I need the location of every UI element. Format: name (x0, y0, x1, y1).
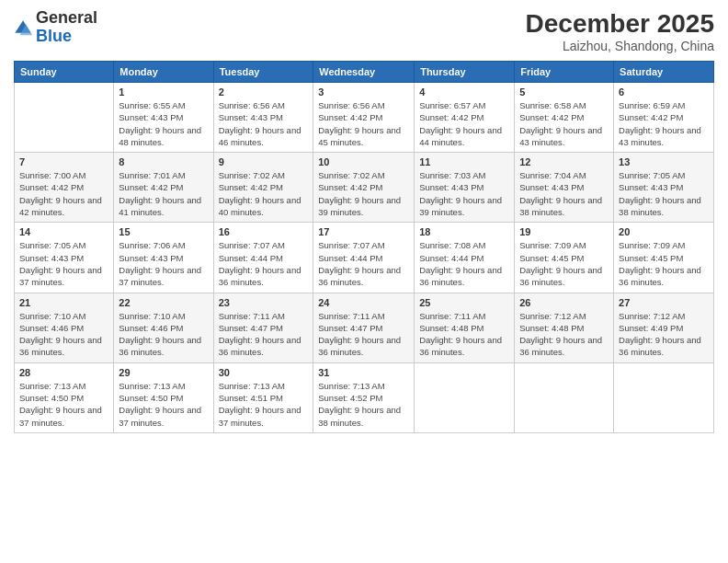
calendar-table: SundayMondayTuesdayWednesdayThursdayFrid… (14, 61, 714, 433)
day-number: 13 (619, 156, 709, 167)
calendar-cell: 25Sunrise: 7:11 AMSunset: 4:48 PMDayligh… (415, 293, 515, 362)
day-number: 23 (219, 297, 309, 308)
day-number: 18 (419, 226, 509, 237)
calendar-cell: 7Sunrise: 7:00 AMSunset: 4:42 PMDaylight… (15, 153, 114, 223)
calendar-cell: 1Sunrise: 6:55 AMSunset: 4:43 PMDaylight… (114, 83, 213, 153)
calendar-cell: 22Sunrise: 7:10 AMSunset: 4:46 PMDayligh… (114, 293, 213, 362)
day-info: Sunrise: 7:09 AMSunset: 4:45 PMDaylight:… (619, 239, 709, 288)
day-info: Sunrise: 7:05 AMSunset: 4:43 PMDaylight:… (19, 239, 108, 288)
day-info: Sunrise: 6:57 AMSunset: 4:42 PMDaylight:… (419, 99, 509, 148)
day-number: 10 (318, 156, 409, 167)
day-number: 12 (519, 156, 609, 167)
calendar-cell (15, 83, 114, 153)
calendar-cell: 4Sunrise: 6:57 AMSunset: 4:42 PMDaylight… (415, 83, 515, 153)
day-info: Sunrise: 7:02 AMSunset: 4:42 PMDaylight:… (219, 169, 309, 218)
day-number: 20 (619, 226, 709, 237)
logo: General Blue (14, 9, 97, 46)
day-header: Saturday (614, 62, 714, 83)
day-info: Sunrise: 7:09 AMSunset: 4:45 PMDaylight:… (519, 239, 609, 288)
day-info: Sunrise: 7:12 AMSunset: 4:49 PMDaylight:… (619, 310, 709, 359)
day-number: 11 (419, 156, 509, 167)
day-info: Sunrise: 7:08 AMSunset: 4:44 PMDaylight:… (419, 239, 509, 288)
day-info: Sunrise: 7:11 AMSunset: 4:47 PMDaylight:… (318, 310, 409, 359)
day-info: Sunrise: 7:05 AMSunset: 4:43 PMDaylight:… (619, 169, 709, 218)
calendar-week-row: 28Sunrise: 7:13 AMSunset: 4:50 PMDayligh… (15, 362, 714, 432)
month-title: December 2025 (526, 9, 714, 39)
day-header: Tuesday (213, 62, 313, 83)
day-number: 29 (119, 367, 208, 378)
calendar-cell: 19Sunrise: 7:09 AMSunset: 4:45 PMDayligh… (515, 223, 614, 293)
day-info: Sunrise: 7:11 AMSunset: 4:47 PMDaylight:… (219, 310, 309, 359)
calendar-cell: 18Sunrise: 7:08 AMSunset: 4:44 PMDayligh… (415, 223, 515, 293)
day-number: 19 (519, 226, 609, 237)
calendar-cell: 31Sunrise: 7:13 AMSunset: 4:52 PMDayligh… (313, 362, 415, 432)
day-number: 28 (19, 367, 108, 378)
calendar-cell (614, 362, 714, 432)
logo-icon (14, 19, 32, 38)
day-info: Sunrise: 7:11 AMSunset: 4:48 PMDaylight:… (419, 310, 509, 359)
calendar-cell: 2Sunrise: 6:56 AMSunset: 4:43 PMDaylight… (213, 83, 313, 153)
calendar-cell: 20Sunrise: 7:09 AMSunset: 4:45 PMDayligh… (614, 223, 714, 293)
day-info: Sunrise: 6:59 AMSunset: 4:42 PMDaylight:… (619, 99, 709, 148)
day-number: 30 (219, 367, 309, 378)
day-info: Sunrise: 7:02 AMSunset: 4:42 PMDaylight:… (318, 169, 409, 218)
day-number: 17 (318, 226, 409, 237)
calendar-week-row: 7Sunrise: 7:00 AMSunset: 4:42 PMDaylight… (15, 153, 714, 223)
day-number: 4 (419, 86, 509, 98)
day-number: 1 (119, 86, 208, 98)
calendar-header-row: SundayMondayTuesdayWednesdayThursdayFrid… (15, 62, 714, 83)
location: Laizhou, Shandong, China (526, 39, 714, 53)
day-header: Sunday (15, 62, 114, 83)
calendar-cell (515, 362, 614, 432)
calendar-cell: 12Sunrise: 7:04 AMSunset: 4:43 PMDayligh… (515, 153, 614, 223)
calendar-cell: 30Sunrise: 7:13 AMSunset: 4:51 PMDayligh… (213, 362, 313, 432)
day-number: 27 (619, 297, 709, 308)
calendar-cell: 9Sunrise: 7:02 AMSunset: 4:42 PMDaylight… (213, 153, 313, 223)
day-number: 16 (219, 226, 309, 237)
day-info: Sunrise: 7:07 AMSunset: 4:44 PMDaylight:… (318, 239, 409, 288)
calendar-cell: 5Sunrise: 6:58 AMSunset: 4:42 PMDaylight… (515, 83, 614, 153)
day-info: Sunrise: 7:00 AMSunset: 4:42 PMDaylight:… (19, 169, 108, 218)
logo-text: General Blue (36, 9, 97, 46)
day-number: 24 (318, 297, 409, 308)
day-info: Sunrise: 6:56 AMSunset: 4:42 PMDaylight:… (318, 99, 409, 148)
day-number: 26 (519, 297, 609, 308)
day-header: Wednesday (313, 62, 415, 83)
day-info: Sunrise: 6:55 AMSunset: 4:43 PMDaylight:… (119, 99, 208, 148)
day-info: Sunrise: 7:13 AMSunset: 4:51 PMDaylight:… (219, 380, 309, 429)
calendar-week-row: 14Sunrise: 7:05 AMSunset: 4:43 PMDayligh… (15, 223, 714, 293)
day-number: 3 (318, 86, 409, 98)
day-number: 21 (19, 297, 108, 308)
calendar-cell (415, 362, 515, 432)
calendar-cell: 13Sunrise: 7:05 AMSunset: 4:43 PMDayligh… (614, 153, 714, 223)
calendar-cell: 28Sunrise: 7:13 AMSunset: 4:50 PMDayligh… (15, 362, 114, 432)
day-number: 2 (219, 86, 309, 98)
day-info: Sunrise: 7:01 AMSunset: 4:42 PMDaylight:… (119, 169, 208, 218)
day-number: 6 (619, 86, 709, 98)
day-info: Sunrise: 7:10 AMSunset: 4:46 PMDaylight:… (19, 310, 108, 359)
main-container: General Blue December 2025 Laizhou, Shan… (0, 0, 728, 442)
title-block: December 2025 Laizhou, Shandong, China (526, 9, 714, 53)
day-info: Sunrise: 7:04 AMSunset: 4:43 PMDaylight:… (519, 169, 609, 218)
day-number: 22 (119, 297, 208, 308)
day-number: 31 (318, 367, 409, 378)
calendar-cell: 27Sunrise: 7:12 AMSunset: 4:49 PMDayligh… (614, 293, 714, 362)
day-info: Sunrise: 7:06 AMSunset: 4:43 PMDaylight:… (119, 239, 208, 288)
day-number: 8 (119, 156, 208, 167)
day-info: Sunrise: 7:13 AMSunset: 4:50 PMDaylight:… (19, 380, 108, 429)
calendar-cell: 21Sunrise: 7:10 AMSunset: 4:46 PMDayligh… (15, 293, 114, 362)
day-info: Sunrise: 7:13 AMSunset: 4:52 PMDaylight:… (318, 380, 409, 429)
day-info: Sunrise: 7:12 AMSunset: 4:48 PMDaylight:… (519, 310, 609, 359)
day-info: Sunrise: 7:10 AMSunset: 4:46 PMDaylight:… (119, 310, 208, 359)
day-header: Monday (114, 62, 213, 83)
day-number: 5 (519, 86, 609, 98)
calendar-cell: 3Sunrise: 6:56 AMSunset: 4:42 PMDaylight… (313, 83, 415, 153)
calendar-cell: 24Sunrise: 7:11 AMSunset: 4:47 PMDayligh… (313, 293, 415, 362)
calendar-cell: 6Sunrise: 6:59 AMSunset: 4:42 PMDaylight… (614, 83, 714, 153)
logo-general: General (36, 9, 97, 28)
calendar-week-row: 21Sunrise: 7:10 AMSunset: 4:46 PMDayligh… (15, 293, 714, 362)
calendar-cell: 29Sunrise: 7:13 AMSunset: 4:50 PMDayligh… (114, 362, 213, 432)
calendar-cell: 8Sunrise: 7:01 AMSunset: 4:42 PMDaylight… (114, 153, 213, 223)
header: General Blue December 2025 Laizhou, Shan… (14, 9, 714, 53)
day-info: Sunrise: 7:07 AMSunset: 4:44 PMDaylight:… (219, 239, 309, 288)
